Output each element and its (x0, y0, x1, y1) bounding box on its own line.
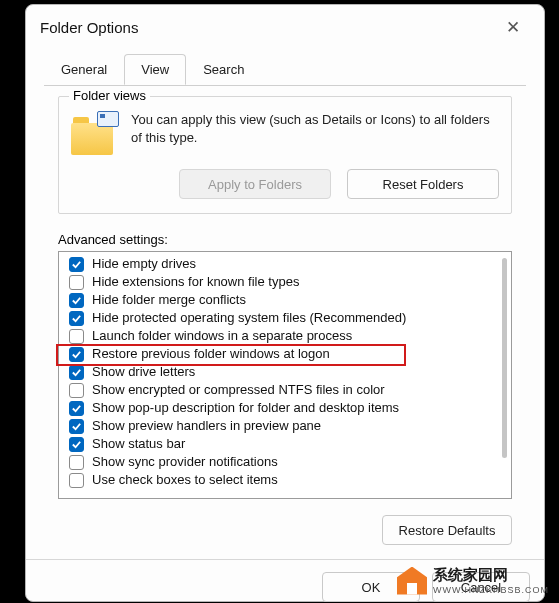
option-row[interactable]: Show drive letters (69, 363, 509, 381)
close-button[interactable]: ✕ (496, 15, 530, 39)
option-label: Show encrypted or compressed NTFS files … (92, 381, 385, 399)
option-label: Launch folder windows in a separate proc… (92, 327, 352, 345)
option-label: Show status bar (92, 435, 185, 453)
option-row[interactable]: Show preview handlers in preview pane (69, 417, 509, 435)
option-label: Hide protected operating system files (R… (92, 309, 406, 327)
folder-views-icon (71, 115, 117, 155)
folder-views-group: Folder views You can apply this view (su… (58, 96, 512, 214)
checkbox[interactable] (69, 437, 84, 452)
dialog-buttons: OK Cancel (26, 560, 544, 603)
tab-general[interactable]: General (44, 54, 124, 85)
folder-views-legend: Folder views (69, 88, 150, 103)
checkbox[interactable] (69, 293, 84, 308)
cancel-button[interactable]: Cancel (432, 572, 530, 602)
option-row[interactable]: Show encrypted or compressed NTFS files … (69, 381, 509, 399)
dialog-title: Folder Options (40, 19, 496, 36)
option-label: Restore previous folder windows at logon (92, 345, 330, 363)
checkbox[interactable] (69, 275, 84, 290)
checkbox[interactable] (69, 419, 84, 434)
checkbox[interactable] (69, 383, 84, 398)
folder-views-desc: You can apply this view (such as Details… (131, 111, 499, 146)
view-panel: Folder views You can apply this view (su… (44, 85, 526, 545)
option-label: Show sync provider notifications (92, 453, 278, 471)
ok-button[interactable]: OK (322, 572, 420, 602)
checkbox[interactable] (69, 401, 84, 416)
option-label: Show pop-up description for folder and d… (92, 399, 399, 417)
option-row[interactable]: Restore previous folder windows at logon (69, 345, 509, 363)
restore-defaults-button[interactable]: Restore Defaults (382, 515, 512, 545)
option-label: Show drive letters (92, 363, 195, 381)
checkbox[interactable] (69, 455, 84, 470)
option-row[interactable]: Show sync provider notifications (69, 453, 509, 471)
option-label: Use check boxes to select items (92, 471, 278, 489)
option-label: Show preview handlers in preview pane (92, 417, 321, 435)
option-label: Hide extensions for known file types (92, 273, 299, 291)
option-row[interactable]: Launch folder windows in a separate proc… (69, 327, 509, 345)
option-row[interactable]: Hide protected operating system files (R… (69, 309, 509, 327)
option-label: Hide folder merge conflicts (92, 291, 246, 309)
scrollbar[interactable] (502, 258, 507, 458)
option-row[interactable]: Show status bar (69, 435, 509, 453)
option-row[interactable]: Use check boxes to select items (69, 471, 509, 489)
tab-strip: General View Search (26, 53, 544, 85)
option-label: Hide empty drives (92, 255, 196, 273)
folder-options-dialog: Folder Options ✕ General View Search Fol… (25, 4, 545, 602)
checkbox[interactable] (69, 311, 84, 326)
option-row[interactable]: Hide folder merge conflicts (69, 291, 509, 309)
tab-view[interactable]: View (124, 54, 186, 85)
titlebar: Folder Options ✕ (26, 5, 544, 45)
option-row[interactable]: Hide empty drives (69, 255, 509, 273)
option-row[interactable]: Hide extensions for known file types (69, 273, 509, 291)
tab-search[interactable]: Search (186, 54, 261, 85)
advanced-settings-list[interactable]: Hide empty drives Hide extensions for kn… (58, 251, 512, 499)
checkbox[interactable] (69, 329, 84, 344)
close-icon: ✕ (506, 19, 520, 36)
checkbox[interactable] (69, 365, 84, 380)
checkbox[interactable] (69, 347, 84, 362)
apply-to-folders-button[interactable]: Apply to Folders (179, 169, 331, 199)
option-row[interactable]: Show pop-up description for folder and d… (69, 399, 509, 417)
reset-folders-button[interactable]: Reset Folders (347, 169, 499, 199)
checkbox[interactable] (69, 473, 84, 488)
checkbox[interactable] (69, 257, 84, 272)
advanced-settings-label: Advanced settings: (58, 232, 512, 247)
